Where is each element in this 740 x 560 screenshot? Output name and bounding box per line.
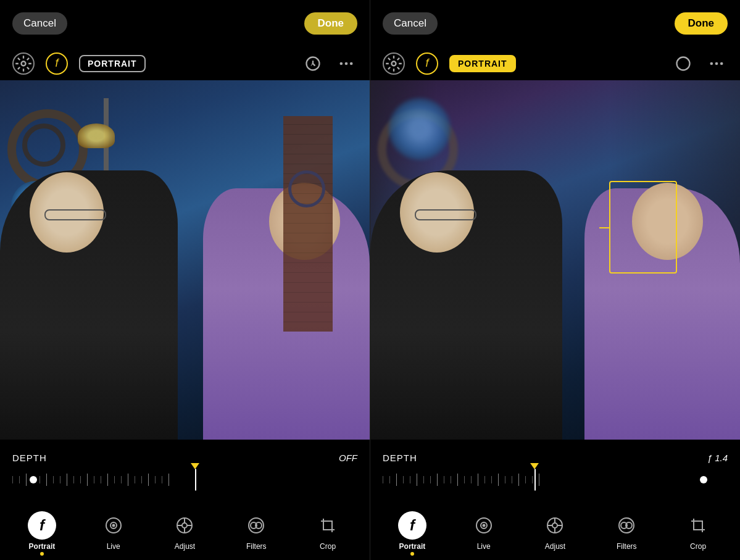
- right-slider-ticks: [383, 474, 728, 486]
- tick: [471, 476, 472, 483]
- right-cancel-button[interactable]: Cancel: [383, 12, 438, 35]
- right-photo-panel: [370, 80, 740, 440]
- tick: [396, 474, 397, 486]
- tick: [128, 474, 128, 486]
- right-tool-adjust[interactable]: Adjust: [541, 511, 569, 551]
- blue-spiral-right: [389, 98, 451, 160]
- right-tool-crop[interactable]: Crop: [684, 511, 712, 551]
- right-depth-labels: DEPTH ƒ 1.4: [383, 453, 728, 463]
- right-tool-filters[interactable]: Filters: [612, 511, 641, 551]
- left-depth-value: OFF: [339, 453, 357, 463]
- left-settings-icon[interactable]: [12, 52, 35, 75]
- left-cancel-button[interactable]: Cancel: [12, 12, 67, 35]
- brick-wall-left: [283, 116, 333, 332]
- tick: [135, 476, 135, 483]
- right-more-icon[interactable]: [705, 52, 728, 75]
- tick: [525, 476, 526, 483]
- left-crop-label: Crop: [320, 542, 336, 551]
- left-done-button[interactable]: Done: [304, 12, 358, 35]
- svg-point-8: [710, 62, 713, 65]
- left-photo-panel: [0, 80, 370, 440]
- icon-bar: f PORTRAIT A f PORTRAIT: [0, 46, 740, 80]
- person1-glasses-left: [44, 209, 106, 220]
- left-tool-portrait[interactable]: f Portrait: [28, 511, 56, 551]
- tick: [464, 476, 465, 483]
- left-portrait-active-dot: [40, 552, 44, 556]
- left-tool-adjust[interactable]: Adjust: [170, 511, 199, 551]
- tick: [67, 474, 67, 486]
- svg-rect-23: [323, 521, 332, 530]
- top-bar: Cancel Done Cancel Done: [0, 0, 740, 46]
- right-tool-portrait[interactable]: f Portrait: [398, 511, 426, 551]
- right-slider-track[interactable]: [383, 470, 728, 489]
- right-filters-icon: [612, 511, 641, 540]
- svg-point-7: [677, 57, 690, 70]
- tick: [410, 476, 410, 483]
- left-portrait-button[interactable]: PORTRAIT: [79, 55, 146, 72]
- left-tool-crop[interactable]: Crop: [314, 511, 342, 551]
- left-portrait-f-icon[interactable]: f: [46, 52, 68, 75]
- right-portrait-f-icon[interactable]: f: [416, 52, 438, 75]
- tick: [107, 474, 108, 486]
- right-portrait-button[interactable]: PORTRAIT: [449, 55, 516, 72]
- tick: [451, 476, 451, 483]
- inner-gear-left: [22, 123, 65, 167]
- tick: [94, 476, 94, 483]
- left-filters-icon: [242, 511, 270, 540]
- svg-point-28: [552, 523, 557, 528]
- right-toolbar-panel: f Portrait Live: [370, 501, 740, 560]
- right-settings-icon[interactable]: [383, 52, 405, 75]
- svg-point-6: [392, 61, 396, 65]
- right-portrait-active-dot: [410, 552, 414, 556]
- left-slider-ticks: [12, 474, 357, 486]
- tick: [162, 476, 162, 483]
- svg-point-15: [182, 523, 187, 528]
- svg-point-10: [720, 62, 723, 65]
- left-more-icon[interactable]: [335, 52, 357, 75]
- left-toolbar-panel: f Portrait Live: [0, 501, 370, 560]
- tick: [491, 476, 492, 483]
- tick: [444, 476, 444, 483]
- tick: [80, 476, 81, 483]
- left-portrait-label: Portrait: [29, 542, 56, 551]
- left-slider-thumb[interactable]: [30, 476, 37, 483]
- tick: [19, 476, 20, 483]
- right-slider-thumb[interactable]: [700, 476, 707, 483]
- left-filters-label: Filters: [246, 542, 267, 551]
- right-done-button[interactable]: Done: [675, 12, 728, 35]
- tick: [417, 474, 417, 486]
- right-crop-icon: [684, 511, 712, 540]
- svg-rect-36: [694, 521, 702, 530]
- left-tool-filters[interactable]: Filters: [242, 511, 270, 551]
- left-depth-panel: DEPTH OFF: [0, 440, 370, 501]
- tick: [60, 476, 60, 483]
- right-depth-label: DEPTH: [383, 453, 417, 463]
- lamp-head-left: [78, 123, 115, 148]
- left-portrait-icon: f: [28, 511, 56, 540]
- left-auto-icon[interactable]: A: [302, 52, 324, 75]
- right-filters-label: Filters: [617, 542, 637, 551]
- tick: [484, 476, 485, 483]
- tick: [155, 476, 156, 483]
- right-portrait-icon: f: [398, 511, 426, 540]
- tick: [121, 476, 122, 483]
- tick: [532, 476, 533, 483]
- svg-text:A: A: [311, 61, 315, 67]
- left-top-bar: Cancel Done: [0, 0, 370, 46]
- left-slider-track[interactable]: [12, 470, 357, 489]
- depth-area: DEPTH OFF: [0, 440, 740, 501]
- right-auto-icon[interactable]: [672, 52, 694, 75]
- left-slider-triangle: [191, 463, 199, 469]
- svg-point-13: [112, 524, 115, 527]
- tick: [539, 474, 539, 486]
- right-crop-label: Crop: [690, 542, 706, 551]
- tick: [39, 476, 40, 483]
- left-adjust-label: Adjust: [175, 542, 195, 551]
- svg-point-26: [482, 524, 485, 527]
- right-depth-value: ƒ 1.4: [707, 453, 728, 463]
- left-crop-icon: [314, 511, 342, 540]
- left-depth-labels: DEPTH OFF: [12, 453, 357, 463]
- right-tool-live[interactable]: Live: [470, 511, 498, 551]
- left-tool-live[interactable]: Live: [99, 511, 128, 551]
- tick: [389, 476, 390, 483]
